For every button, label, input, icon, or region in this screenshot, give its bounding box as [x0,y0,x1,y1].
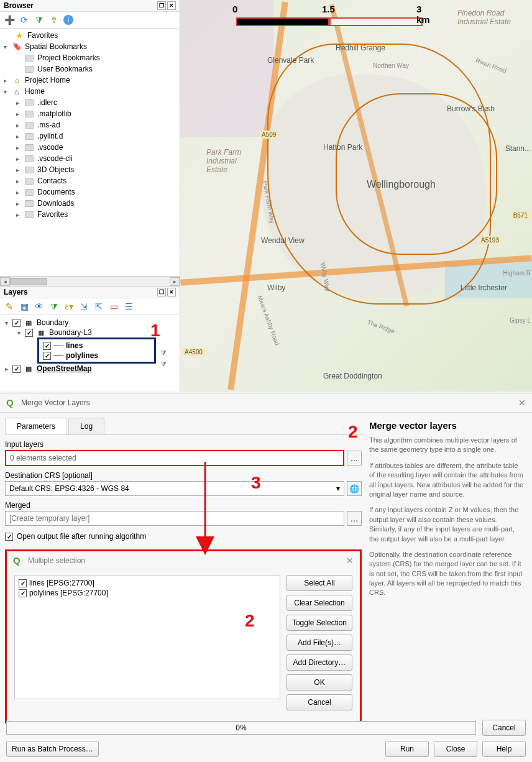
tree-user-bookmarks[interactable]: User Bookmarks [37,65,93,73]
layer-expand-icon[interactable]: ⇲ [78,301,89,312]
layer-expr-icon[interactable]: ε▾ [63,301,75,312]
expander-icon[interactable]: ▸ [1,77,9,84]
layer-boundary[interactable]: Boundary [37,318,68,327]
line-symbol-icon [53,346,63,346]
tree-folder[interactable]: Favorites [37,210,68,219]
layer-collapse-icon[interactable]: ⇱ [93,301,104,312]
expander-icon[interactable]: ▸ [14,178,21,185]
tree-folder[interactable]: .vscode-cli [37,154,73,163]
tree-project-home[interactable]: Project Home [25,76,70,85]
expander-icon[interactable]: ▾ [1,44,9,50]
browser-tree[interactable]: ★Favorites ▾🔖Spatial Bookmarks Project B… [0,29,180,276]
layer-remove-icon[interactable]: ▭ [108,301,119,312]
expander-icon[interactable]: ▸ [14,211,21,218]
tree-folder[interactable]: Downloads [37,199,74,208]
filter-icon[interactable]: ⧩ [34,14,45,25]
ok-button[interactable]: OK [287,674,352,691]
run-button[interactable]: Run [385,741,429,757]
cancel-button[interactable]: Cancel [287,694,352,710]
tree-folder[interactable]: .vscode [37,143,63,152]
expander-icon[interactable]: ▸ [14,167,21,173]
map-label: Stann... [505,144,531,153]
item-checkbox[interactable] [19,579,27,587]
map-canvas[interactable]: 0 1.5 3 km Finedon Road Industrial Estat… [180,0,532,392]
expander-icon[interactable]: ▸ [14,155,21,162]
tree-folder[interactable]: .ms-ad [37,121,60,129]
layer-style-icon[interactable]: ✎ [4,301,15,312]
annotation-1: 1 [150,321,160,341]
tab-parameters[interactable]: Parameters [5,418,67,434]
clear-selection-button[interactable]: Clear Selection [287,595,352,611]
tree-favorites[interactable]: Favorites [27,31,58,40]
layer-checkbox[interactable] [43,342,51,350]
tree-spatial-bookmarks[interactable]: Spatial Bookmarks [25,42,87,51]
layer-osm[interactable]: OpenStreetMap [37,364,92,373]
properties-icon[interactable]: i [63,15,73,25]
expander-icon[interactable]: ▸ [14,133,21,140]
layer-polylines[interactable]: polylines [66,351,98,360]
list-item[interactable]: polylines [EPSG:27700] [29,589,108,597]
layer-visibility-icon[interactable]: 👁 [34,301,45,312]
layer-checkbox[interactable] [43,352,51,360]
layer-filter-icon[interactable]: ⧩ [48,301,60,312]
tree-home[interactable]: Home [25,87,45,96]
close-button[interactable]: Close [434,741,477,757]
close-icon[interactable]: ✕ [346,556,354,566]
layer-boundary-l3[interactable]: Boundary-L3 [49,328,92,337]
progress-cancel-button[interactable]: Cancel [482,720,526,736]
open-output-checkbox[interactable] [5,533,13,541]
layer-add-group-icon[interactable]: ▦ [19,301,30,312]
add-layer-icon[interactable]: ➕ [4,14,15,25]
expander-icon[interactable]: ▸ [14,99,21,106]
panel-undock-icon[interactable]: ❐ [157,1,166,10]
layer-lines[interactable]: lines [66,341,83,350]
expander-icon[interactable]: ▾ [1,88,9,95]
layer-checkbox[interactable] [12,319,21,327]
add-files-button[interactable]: Add File(s)… [287,635,352,651]
expander-icon[interactable]: ▾ [2,319,10,326]
expander-icon[interactable]: ▸ [14,189,21,196]
input-layers-field[interactable]: 0 elements selected [5,450,344,466]
list-item[interactable]: lines [EPSG:27700] [29,579,94,587]
filter-icon[interactable]: ⧩ [160,360,167,369]
map-label: Little Irchester [461,283,507,292]
expander-icon[interactable]: ▾ [15,329,22,336]
help-button[interactable]: Help [482,741,526,757]
refresh-icon[interactable]: ⟳ [19,14,30,25]
merged-output-field[interactable] [5,511,344,526]
panel-undock-icon[interactable]: ❐ [157,288,166,296]
item-checkbox[interactable] [19,589,27,597]
tree-folder[interactable]: .idlerc [37,98,57,107]
selection-list[interactable]: lines [EPSG:27700] polylines [EPSG:27700… [14,575,280,699]
expander-icon[interactable]: ▸ [14,122,21,129]
close-icon[interactable]: ✕ [518,398,526,408]
tree-folder[interactable]: .matplotlib [37,109,71,118]
tree-folder[interactable]: .pylint.d [37,132,63,140]
tree-project-bookmarks[interactable]: Project Bookmarks [37,53,100,62]
layer-checkbox[interactable] [12,365,21,373]
merged-browse-button[interactable]: … [347,511,362,526]
tree-folder[interactable]: Documents [37,188,75,196]
toggle-selection-button[interactable]: Toggle Selection [287,615,352,631]
tab-log[interactable]: Log [68,418,104,434]
dest-crs-dropdown[interactable]: Default CRS: EPSG:4326 - WGS 84▾ [5,481,344,496]
layer-stats-icon[interactable]: ☰ [123,301,134,312]
add-directory-button[interactable]: Add Directory… [287,654,352,671]
panel-close-icon[interactable]: ✕ [167,288,176,296]
expander-icon[interactable]: ▸ [14,111,21,117]
run-batch-button[interactable]: Run as Batch Process… [6,741,99,757]
collapse-icon[interactable]: ⇮ [48,14,60,25]
expander-icon[interactable]: ▸ [2,365,10,372]
tree-folder[interactable]: Contacts [37,177,66,185]
horizontal-scrollbar[interactable]: ◂ ▸ [0,276,180,286]
crs-select-button[interactable]: 🌐 [347,481,362,496]
panel-close-icon[interactable]: ✕ [167,1,176,10]
folder-icon [25,99,34,106]
layer-checkbox[interactable] [25,329,33,337]
expander-icon[interactable]: ▸ [14,200,21,207]
filter-icon[interactable]: ⧩ [160,349,167,357]
tree-folder[interactable]: 3D Objects [37,165,74,174]
input-layers-browse-button[interactable]: … [347,451,362,466]
select-all-button[interactable]: Select All [287,575,352,591]
expander-icon[interactable]: ▸ [14,144,21,151]
